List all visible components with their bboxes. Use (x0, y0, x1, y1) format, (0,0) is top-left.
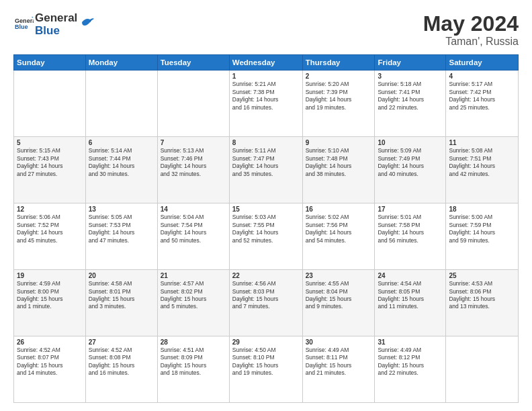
day-info: Sunrise: 5:20 AM Sunset: 7:39 PM Dayligh… (306, 81, 372, 111)
week-row-3: 19Sunrise: 4:59 AM Sunset: 8:00 PM Dayli… (14, 270, 519, 336)
day-cell: 1Sunrise: 5:21 AM Sunset: 7:38 PM Daylig… (229, 71, 302, 137)
day-number: 11 (449, 139, 515, 146)
logo-bird-icon (81, 16, 95, 28)
day-info: Sunrise: 4:56 AM Sunset: 8:03 PM Dayligh… (232, 280, 300, 311)
day-cell: 23Sunrise: 4:55 AM Sunset: 8:04 PM Dayli… (302, 270, 375, 336)
logo: General Blue General Blue (13, 12, 95, 37)
day-info: Sunrise: 5:17 AM Sunset: 7:42 PM Dayligh… (449, 81, 515, 111)
day-cell: 10Sunrise: 5:09 AM Sunset: 7:49 PM Dayli… (375, 137, 446, 203)
day-info: Sunrise: 4:50 AM Sunset: 8:10 PM Dayligh… (232, 347, 300, 377)
day-number: 5 (17, 139, 83, 146)
day-info: Sunrise: 5:04 AM Sunset: 7:54 PM Dayligh… (161, 214, 226, 244)
day-cell: 19Sunrise: 4:59 AM Sunset: 8:00 PM Dayli… (14, 270, 86, 336)
week-row-2: 12Sunrise: 5:06 AM Sunset: 7:52 PM Dayli… (14, 203, 519, 270)
day-cell: 18Sunrise: 5:00 AM Sunset: 7:59 PM Dayli… (446, 203, 519, 270)
day-cell: 17Sunrise: 5:01 AM Sunset: 7:58 PM Dayli… (375, 203, 446, 270)
day-info: Sunrise: 5:02 AM Sunset: 7:56 PM Dayligh… (306, 214, 372, 244)
week-row-4: 26Sunrise: 4:52 AM Sunset: 8:07 PM Dayli… (14, 336, 519, 403)
day-cell: 14Sunrise: 5:04 AM Sunset: 7:54 PM Dayli… (157, 203, 229, 270)
day-info: Sunrise: 5:08 AM Sunset: 7:51 PM Dayligh… (449, 147, 515, 178)
day-number: 16 (306, 205, 372, 213)
day-cell: 6Sunrise: 5:14 AM Sunset: 7:44 PM Daylig… (85, 137, 157, 203)
calendar-table: SundayMondayTuesdayWednesdayThursdayFrid… (13, 54, 519, 403)
logo-general: General (35, 12, 77, 25)
day-cell: 2Sunrise: 5:20 AM Sunset: 7:39 PM Daylig… (302, 71, 375, 137)
day-info: Sunrise: 5:03 AM Sunset: 7:55 PM Dayligh… (232, 214, 300, 244)
day-number: 19 (17, 272, 83, 279)
day-cell: 22Sunrise: 4:56 AM Sunset: 8:03 PM Dayli… (229, 270, 302, 336)
col-header-saturday: Saturday (446, 55, 519, 71)
day-number: 15 (232, 205, 300, 213)
day-info: Sunrise: 4:53 AM Sunset: 8:06 PM Dayligh… (449, 280, 515, 311)
day-number: 25 (449, 272, 515, 279)
day-number: 7 (161, 139, 226, 146)
day-cell (14, 71, 86, 137)
day-number: 4 (449, 73, 515, 80)
logo-icon: General Blue (15, 16, 34, 31)
day-cell: 5Sunrise: 5:15 AM Sunset: 7:43 PM Daylig… (14, 137, 86, 203)
day-cell: 24Sunrise: 4:54 AM Sunset: 8:05 PM Dayli… (375, 270, 446, 336)
day-info: Sunrise: 4:52 AM Sunset: 8:08 PM Dayligh… (89, 347, 154, 377)
day-number: 1 (232, 73, 300, 80)
logo-blue: Blue (35, 25, 77, 38)
day-cell: 16Sunrise: 5:02 AM Sunset: 7:56 PM Dayli… (302, 203, 375, 270)
day-info: Sunrise: 5:18 AM Sunset: 7:41 PM Dayligh… (378, 81, 443, 111)
col-header-monday: Monday (85, 55, 157, 71)
day-number: 6 (89, 139, 154, 146)
col-header-friday: Friday (375, 55, 446, 71)
col-header-wednesday: Wednesday (229, 55, 302, 71)
day-info: Sunrise: 5:05 AM Sunset: 7:53 PM Dayligh… (89, 214, 154, 244)
day-cell: 28Sunrise: 4:51 AM Sunset: 8:09 PM Dayli… (157, 336, 229, 403)
day-number: 18 (449, 205, 515, 213)
day-cell: 4Sunrise: 5:17 AM Sunset: 7:42 PM Daylig… (446, 71, 519, 137)
day-info: Sunrise: 5:06 AM Sunset: 7:52 PM Dayligh… (17, 214, 83, 244)
day-info: Sunrise: 4:51 AM Sunset: 8:09 PM Dayligh… (161, 347, 226, 377)
day-info: Sunrise: 5:09 AM Sunset: 7:49 PM Dayligh… (378, 147, 443, 178)
month-title: May 2024 (423, 12, 519, 36)
day-cell: 12Sunrise: 5:06 AM Sunset: 7:52 PM Dayli… (14, 203, 86, 270)
day-info: Sunrise: 4:52 AM Sunset: 8:07 PM Dayligh… (17, 347, 83, 377)
day-cell: 13Sunrise: 5:05 AM Sunset: 7:53 PM Dayli… (85, 203, 157, 270)
day-info: Sunrise: 4:59 AM Sunset: 8:00 PM Dayligh… (17, 280, 83, 311)
day-number: 31 (378, 338, 443, 346)
day-info: Sunrise: 4:55 AM Sunset: 8:04 PM Dayligh… (306, 280, 372, 311)
day-info: Sunrise: 5:10 AM Sunset: 7:48 PM Dayligh… (306, 147, 372, 178)
day-info: Sunrise: 4:49 AM Sunset: 8:12 PM Dayligh… (378, 347, 443, 377)
day-cell: 29Sunrise: 4:50 AM Sunset: 8:10 PM Dayli… (229, 336, 302, 403)
day-cell: 7Sunrise: 5:13 AM Sunset: 7:46 PM Daylig… (157, 137, 229, 203)
day-cell: 9Sunrise: 5:10 AM Sunset: 7:48 PM Daylig… (302, 137, 375, 203)
day-cell: 30Sunrise: 4:49 AM Sunset: 8:11 PM Dayli… (302, 336, 375, 403)
day-number: 12 (17, 205, 83, 213)
day-cell: 31Sunrise: 4:49 AM Sunset: 8:12 PM Dayli… (375, 336, 446, 403)
day-info: Sunrise: 4:58 AM Sunset: 8:01 PM Dayligh… (89, 280, 154, 311)
day-number: 23 (306, 272, 372, 279)
day-number: 20 (89, 272, 154, 279)
day-number: 13 (89, 205, 154, 213)
day-number: 9 (306, 139, 372, 146)
week-row-1: 5Sunrise: 5:15 AM Sunset: 7:43 PM Daylig… (14, 137, 519, 203)
day-info: Sunrise: 5:00 AM Sunset: 7:59 PM Dayligh… (449, 214, 515, 244)
location-title: Taman', Russia (423, 36, 519, 48)
day-number: 29 (232, 338, 300, 346)
title-block: May 2024 Taman', Russia (423, 12, 519, 48)
page: General Blue General Blue May 2024 Taman… (0, 0, 532, 411)
col-header-tuesday: Tuesday (157, 55, 229, 71)
day-cell (446, 336, 519, 403)
day-cell: 26Sunrise: 4:52 AM Sunset: 8:07 PM Dayli… (14, 336, 86, 403)
week-row-0: 1Sunrise: 5:21 AM Sunset: 7:38 PM Daylig… (14, 71, 519, 137)
day-cell: 27Sunrise: 4:52 AM Sunset: 8:08 PM Dayli… (85, 336, 157, 403)
day-number: 10 (378, 139, 443, 146)
day-cell: 25Sunrise: 4:53 AM Sunset: 8:06 PM Dayli… (446, 270, 519, 336)
day-info: Sunrise: 5:01 AM Sunset: 7:58 PM Dayligh… (378, 214, 443, 244)
day-info: Sunrise: 4:54 AM Sunset: 8:05 PM Dayligh… (378, 280, 443, 311)
day-number: 22 (232, 272, 300, 279)
day-info: Sunrise: 5:14 AM Sunset: 7:44 PM Dayligh… (89, 147, 154, 178)
day-number: 14 (161, 205, 226, 213)
day-number: 8 (232, 139, 300, 146)
day-number: 26 (17, 338, 83, 346)
day-number: 27 (89, 338, 154, 346)
svg-text:Blue: Blue (15, 24, 28, 30)
day-info: Sunrise: 4:49 AM Sunset: 8:11 PM Dayligh… (306, 347, 372, 377)
day-number: 30 (306, 338, 372, 346)
day-info: Sunrise: 5:13 AM Sunset: 7:46 PM Dayligh… (161, 147, 226, 178)
